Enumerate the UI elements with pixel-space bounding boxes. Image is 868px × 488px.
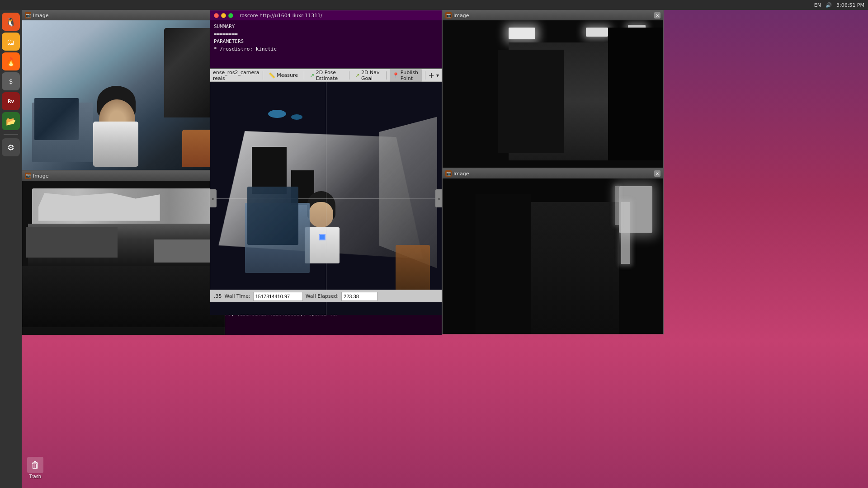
image-titlebar-bottom-right: 📷 Image ✕ <box>443 169 663 178</box>
depth-background <box>22 181 225 335</box>
sidebar-icon-rviz[interactable]: Rv <box>2 92 20 110</box>
clock: 3:06:51 PM <box>836 2 864 8</box>
rviz-toolbar: ense_ros2_camera reals 📏 Measure ↗ 2D Po… <box>210 69 442 82</box>
ir2-light-stripe <box>621 202 630 264</box>
measure-tool[interactable]: 📏 Measure <box>266 71 301 80</box>
trash-label: Trash <box>29 474 41 479</box>
ir2-light-stripe2 <box>615 186 619 225</box>
max-dot[interactable] <box>228 13 233 18</box>
main-area: 📷 Image ✕ 📷 Image ✕ <box>22 10 868 488</box>
nav-label: 2D Nav Goal <box>361 70 380 81</box>
image-titlebar-top-left: 📷 Image ✕ <box>22 10 225 20</box>
rviz-3d-window: ense_ros2_camera reals 📏 Measure ↗ 2D Po… <box>210 69 442 303</box>
rosdistro-line: * /rosdistro: kinetic <box>214 46 438 53</box>
depth-mid-shape <box>26 227 118 258</box>
nav-goal-tool[interactable]: ↗ 2D Nav Goal <box>353 69 383 82</box>
toolbar-sep-3 <box>349 71 349 80</box>
left-panel-toggle[interactable]: ▸ <box>210 189 217 207</box>
image-title-label-bottom-left: Image <box>33 173 48 179</box>
min-dot[interactable] <box>221 13 226 18</box>
image-window-top-left: 📷 Image ✕ <box>22 10 225 170</box>
ir-dark-cabinet <box>608 28 663 160</box>
volume-icon[interactable]: 🔊 <box>826 2 832 8</box>
log-line-3: _ <box>213 317 439 323</box>
monitor-3d <box>247 187 298 245</box>
roscore-terminal: roscore http://u1604-liuxr:11311/ SUMMAR… <box>210 10 442 69</box>
image-close-top-right[interactable]: ✕ <box>654 12 660 19</box>
image-close-bottom-right[interactable]: ✕ <box>654 170 660 177</box>
pose-icon: ↗ <box>310 72 315 79</box>
ir2-title-icon: 📷 <box>445 170 452 177</box>
image-title-label-top-left: Image <box>33 13 48 19</box>
ceiling-light-2 <box>586 28 608 37</box>
summary-line: SUMMARY <box>214 23 438 31</box>
ir2-dark-area <box>476 194 531 334</box>
roscore-title: roscore http://u1604-liuxr:11311/ <box>240 13 322 19</box>
sidebar-icon-firefox[interactable]: 🔥 <box>2 52 20 70</box>
ir-title-icon: 📷 <box>445 12 452 19</box>
publish-icon: 📍 <box>392 72 399 79</box>
trash-icon: 🗑 <box>27 457 43 473</box>
image-content-bottom-right <box>443 178 663 334</box>
measure-icon: 📏 <box>269 72 275 79</box>
close-dot[interactable] <box>214 13 219 18</box>
couch-3d <box>396 245 430 291</box>
params-label: PARAMETERS <box>214 38 438 46</box>
pose-2d-tool[interactable]: ↗ 2D Pose Estimate <box>307 69 346 82</box>
toolbar-sep-2 <box>304 71 304 80</box>
ir-dark-jacket <box>498 50 564 153</box>
image-titlebar-top-right: 📷 Image ✕ <box>443 10 663 20</box>
image-title-label-bottom-right: Image <box>453 171 469 177</box>
publish-point-tool[interactable]: 📍 Publish Point <box>390 69 422 82</box>
toolbar-sep-4 <box>386 71 387 80</box>
pose-label: 2D Pose Estimate <box>316 70 344 81</box>
wall-time-label: Wall Time: <box>225 293 250 299</box>
roscore-titlebar: roscore http://u1604-liuxr:11311/ <box>210 10 442 20</box>
keyboard-layout: EN <box>814 2 821 8</box>
image-window-bottom-right: 📷 Image ✕ <box>442 168 664 334</box>
taskbar: EN 🔊 3:06:51 PM <box>0 0 868 10</box>
image-content-top-right <box>443 20 663 168</box>
pcl-shape-1 <box>268 110 286 118</box>
camera-toolbar-item[interactable]: ense_ros2_camera reals <box>213 70 259 81</box>
image-window-bottom-left: 📷 Image ✕ <box>22 170 225 335</box>
blue-marker <box>319 234 326 240</box>
sidebar-icon-terminal[interactable]: $ <box>2 72 20 90</box>
ir2-background <box>443 178 663 334</box>
image-title-label-top-right: Image <box>453 13 469 19</box>
rviz-viewport[interactable]: ▸ ◂ <box>210 82 442 315</box>
nav-icon: ↗ <box>355 72 360 79</box>
depth-band-3 <box>22 266 225 327</box>
image-titlebar-bottom-left: 📷 Image ✕ <box>22 171 225 181</box>
publish-label: Publish Point <box>401 70 419 81</box>
sidebar-icon-misc[interactable]: 📂 <box>2 112 20 130</box>
person-body <box>93 122 138 167</box>
separator-line: ======== <box>214 31 438 38</box>
rviz-status-bar: .35 Wall Time: Wall Elapsed: <box>210 290 442 302</box>
image-content-bottom-left <box>22 181 225 335</box>
desktop-trash[interactable]: 🗑 Trash <box>27 457 43 479</box>
ir-background <box>443 20 663 168</box>
toolbar-sep-5 <box>425 71 425 80</box>
wall-elapsed-input[interactable] <box>341 292 377 301</box>
right-panel-toggle[interactable]: ◂ <box>435 189 442 207</box>
ceiling-light-1 <box>509 28 535 39</box>
sidebar-icon-settings[interactable]: ⚙ <box>2 138 20 156</box>
window-controls <box>214 13 233 18</box>
image-title-icon: 📷 <box>25 12 31 19</box>
wall-elapsed-label: Wall Elapsed: <box>306 293 339 299</box>
plus-icon[interactable]: + <box>429 71 434 80</box>
image-content-top-left <box>22 20 225 170</box>
sidebar-icon-files[interactable]: 🗂 <box>2 33 20 51</box>
depth-right-shape <box>154 239 214 263</box>
image-window-top-right: 📷 Image ✕ <box>442 10 664 168</box>
wall-time-input[interactable] <box>253 292 303 301</box>
taskbar-right: EN 🔊 3:06:51 PM <box>814 2 864 8</box>
measure-label: Measure <box>277 72 298 78</box>
arrow-icon[interactable]: ▾ <box>436 72 439 79</box>
monitor-object <box>34 98 79 140</box>
dock-separator <box>4 134 18 135</box>
unity-dock: 🐧 🗂 🔥 $ Rv 📂 ⚙ <box>0 10 22 488</box>
pcl-shape-2 <box>291 114 302 120</box>
sidebar-icon-ubuntu[interactable]: 🐧 <box>2 13 20 31</box>
